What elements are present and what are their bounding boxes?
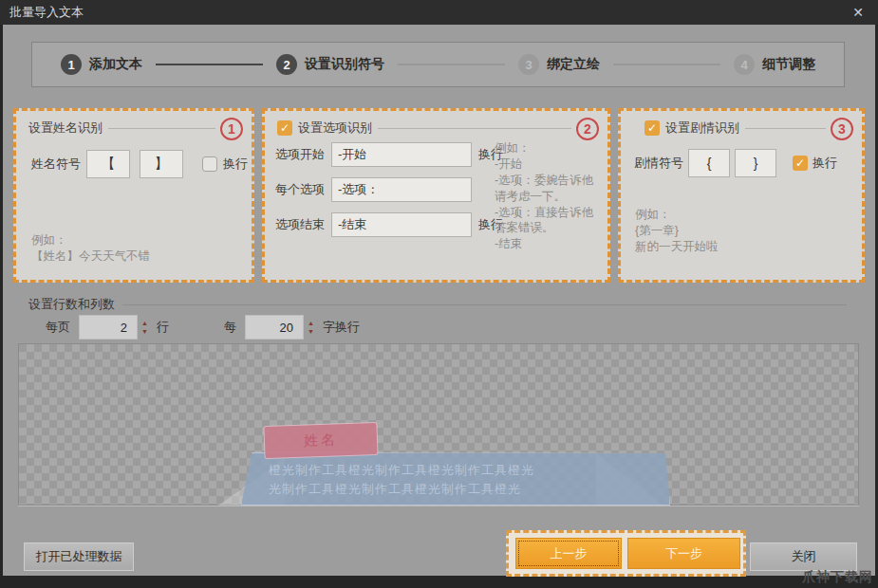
step-connector: [398, 64, 505, 65]
option-enable-checkbox[interactable]: ✓: [277, 120, 292, 136]
story-wrap-label: 换行: [813, 155, 837, 172]
name-wrap-label: 换行: [223, 156, 248, 173]
panel-legend: 设置姓名识别: [28, 119, 103, 137]
story-enable-checkbox[interactable]: ✓: [644, 120, 660, 136]
preview-area: 橙光制作工具橙光制作工具橙光制作工具橙光 光制作工具橙光制作工具橙光制作工具橙光…: [18, 343, 859, 505]
name-close-symbol-input[interactable]: [140, 150, 183, 178]
prev-step-button[interactable]: 上一步: [515, 538, 622, 569]
step-3-label: 绑定立绘: [547, 56, 600, 73]
close-icon[interactable]: ✕: [846, 0, 870, 25]
story-close-symbol-input[interactable]: [735, 149, 776, 177]
legend-divider: [108, 128, 215, 129]
rows-spinner: ▲ ▼: [79, 315, 148, 340]
preview-name-tag: 姓名: [263, 422, 378, 459]
story-example: 例如： {第一章} 新的一天开始啦: [635, 207, 719, 255]
step-3-circle: 3: [518, 54, 539, 75]
option-each-label: 每个选项: [275, 181, 325, 198]
panel-option-recognition: 2 ✓ 设置选项识别 选项开始 换行 每个选项: [262, 108, 610, 283]
dialog-box-preview-image: 橙光制作工具橙光制作工具橙光制作工具橙光 光制作工具橙光制作工具橙光制作工具橙光…: [205, 424, 663, 506]
spinner-up-icon[interactable]: ▲: [308, 320, 314, 326]
option-end-label: 选项结束: [275, 216, 325, 233]
story-symbol-label: 剧情符号: [634, 155, 683, 172]
title-bar: 批量导入文本 ✕: [0, 0, 878, 25]
name-symbol-row: 姓名符号 换行: [31, 150, 252, 178]
example-line: 例如：: [495, 140, 605, 156]
nav-buttons-highlight-box: 上一步 下一步: [506, 530, 746, 577]
spinner-down-icon[interactable]: ▼: [141, 328, 148, 335]
step-4-label: 细节调整: [762, 56, 815, 73]
option-end-row: 选项结束 换行: [275, 212, 495, 237]
example-line: 新的一天开始啦: [635, 239, 719, 255]
option-start-row: 选项开始 换行: [275, 142, 495, 167]
panel-story-recognition: 3 ✓ 设置剧情识别 剧情符号 ✓ 换行 例如： {第一章} 新的一天开始啦: [618, 108, 865, 283]
rows-unit-label: 行: [157, 319, 169, 336]
example-line: 例如：: [635, 207, 719, 223]
rows-spinner-buttons: ▲ ▼: [141, 320, 148, 335]
option-example: 例如： -开始 -选项：委婉告诉他 请考虑一下。 -选项：直接告诉他 答案错误。…: [495, 140, 605, 252]
chars-per-line-input[interactable]: [245, 315, 304, 340]
option-start-input[interactable]: [331, 142, 472, 167]
step-indicator: 1 添加文本 2 设置识别符号 3 绑定立绘 4 细节调整: [31, 42, 845, 87]
step-1-circle: 1: [61, 54, 82, 75]
name-example: 例如： 【姓名】今天天气不错: [31, 232, 150, 265]
example-line: 请考虑一下。: [495, 189, 605, 205]
per-page-label: 每页: [46, 319, 70, 336]
option-each-input[interactable]: [331, 177, 472, 202]
name-wrap-checkbox[interactable]: [202, 156, 217, 172]
rows-per-page-input[interactable]: [79, 315, 138, 340]
panel-legend-row: 设置姓名识别: [16, 119, 252, 137]
spinner-up-icon[interactable]: ▲: [141, 320, 148, 326]
dialog-body: 1 添加文本 2 设置识别符号 3 绑定立绘 4 细节调整 1: [3, 25, 875, 576]
option-end-input[interactable]: [331, 212, 472, 237]
config-panels: 1 设置姓名识别 姓名符号 换行 例如： 【姓名】今天天气不错: [13, 108, 865, 283]
example-line: 【姓名】今天天气不错: [31, 248, 150, 265]
layout-controls-row: 每页 ▲ ▼ 行 每 ▲ ▼ 字换行: [46, 315, 360, 340]
option-start-label: 选项开始: [275, 146, 325, 163]
name-open-symbol-input[interactable]: [86, 150, 130, 178]
step-2-circle: 2: [276, 54, 297, 75]
open-processed-data-button[interactable]: 打开已处理数据: [24, 542, 134, 571]
panel-legend: 设置选项识别: [298, 119, 372, 137]
spinner-down-icon[interactable]: ▼: [308, 328, 314, 335]
story-open-symbol-input[interactable]: [688, 149, 730, 177]
batch-import-dialog: 批量导入文本 ✕ 1 添加文本 2 设置识别符号 3 绑定立绘 4 细节调整: [0, 0, 878, 588]
option-each-row: 每个选项: [275, 177, 495, 202]
legend-divider: [122, 304, 847, 305]
chars-spinner: ▲ ▼: [245, 315, 314, 340]
story-symbol-row: 剧情符号 ✓ 换行: [634, 149, 862, 177]
window-title: 批量导入文本: [0, 4, 84, 21]
panel-number-badge: 3: [831, 118, 853, 140]
panel-legend: 设置剧情识别: [665, 119, 739, 137]
panel-number-badge: 1: [220, 118, 243, 140]
example-line: 例如：: [31, 232, 150, 248]
site-watermark: 爪神下载网: [802, 569, 873, 586]
step-1-label: 添加文本: [89, 56, 142, 73]
preview-dialog-text: 光制作工具橙光制作工具橙光制作工具橙光: [269, 480, 669, 499]
panel-legend-row: ✓ 设置选项识别: [265, 119, 607, 137]
step-4-circle: 4: [734, 54, 755, 75]
chars-spinner-buttons: ▲ ▼: [308, 320, 314, 335]
step-2-label: 设置识别符号: [305, 56, 384, 73]
legend-divider: [745, 128, 826, 129]
close-dialog-button[interactable]: 关闭: [750, 542, 857, 571]
legend-divider: [378, 128, 571, 129]
example-line: -选项：直接告诉他: [495, 205, 605, 221]
name-symbol-label: 姓名符号: [31, 156, 81, 173]
story-wrap-checkbox[interactable]: ✓: [793, 156, 808, 171]
per-label: 每: [224, 319, 236, 336]
example-line: {第一章}: [635, 223, 719, 239]
layout-section-legend-row: 设置行数和列数: [28, 296, 847, 313]
step-connector: [613, 64, 720, 65]
next-step-button[interactable]: 下一步: [627, 538, 740, 569]
chars-unit-label: 字换行: [323, 319, 360, 336]
example-line: -选项：委婉告诉他: [495, 173, 605, 189]
option-panel-main: 选项开始 换行 每个选项 选项结束 换行: [265, 142, 607, 252]
option-rows: 选项开始 换行 每个选项 选项结束 换行: [265, 142, 495, 252]
panel-number-badge: 2: [576, 118, 599, 140]
example-line: -开始: [495, 156, 605, 173]
panel-legend-row: ✓ 设置剧情识别: [621, 119, 862, 137]
step-set-symbols: 2 设置识别符号: [276, 54, 384, 75]
example-line: 答案错误。: [495, 220, 605, 236]
step-connector: [156, 64, 263, 65]
preview-dialog-text: 橙光制作工具橙光制作工具橙光制作工具橙光: [269, 461, 669, 480]
